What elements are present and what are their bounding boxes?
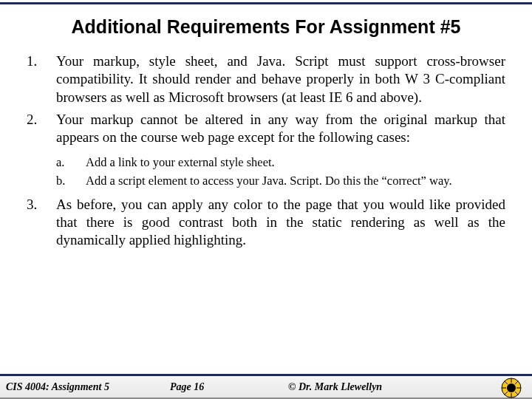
sub-list-item: Add a link to your external style sheet. (56, 154, 505, 170)
list-item: Your markup cannot be altered in any way… (27, 111, 505, 188)
footer-bar: CIS 4004: Assignment 5 Page 16 © Dr. Mar… (0, 374, 532, 399)
sub-item-text: Add a link to your external style sheet. (86, 155, 275, 169)
list-item-text: As before, you can apply any color to th… (56, 197, 505, 248)
sub-item-text: Add a script element to access your Java… (86, 174, 452, 188)
requirements-list: Your markup, style sheet, and Java. Scri… (27, 52, 505, 250)
list-item-text: Your markup, style sheet, and Java. Scri… (56, 53, 505, 105)
page-title: Additional Requirements For Assignment #… (0, 16, 532, 38)
sub-list: Add a link to your external style sheet.… (56, 154, 505, 188)
content-area: Your markup, style sheet, and Java. Scri… (0, 52, 532, 250)
footer-right: © Dr. Mark Llewellyn (288, 381, 382, 393)
list-item: Your markup, style sheet, and Java. Scri… (27, 52, 505, 106)
footer-left: CIS 4004: Assignment 5 (0, 381, 170, 393)
footer-center: Page 16 (170, 381, 288, 393)
list-item-text: Your markup cannot be altered in any way… (56, 112, 505, 145)
sub-list-item: Add a script element to access your Java… (56, 173, 505, 188)
svg-point-1 (507, 383, 516, 392)
top-rule (0, 2, 532, 4)
ucf-logo-icon (501, 378, 522, 398)
list-item: As before, you can apply any color to th… (27, 196, 505, 250)
